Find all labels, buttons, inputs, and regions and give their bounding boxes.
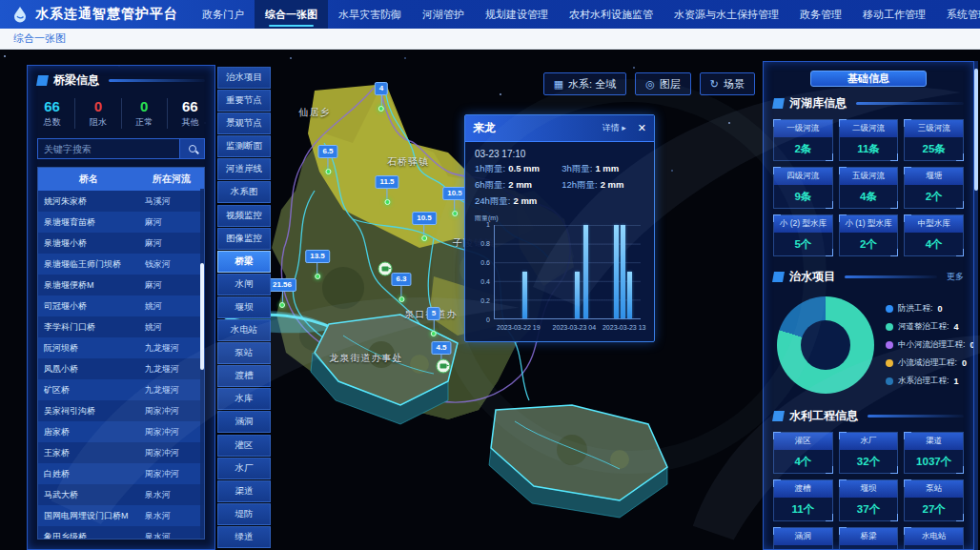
table-row[interactable]: 阮河坝桥 九龙堰河 bbox=[38, 337, 204, 358]
marker-dot bbox=[431, 331, 437, 336]
metric-label: 1h雨量: bbox=[475, 163, 505, 173]
basic-info-tab[interactable]: 基础信息 bbox=[810, 71, 927, 87]
legend-value: 1 bbox=[953, 377, 958, 386]
gauge-marker[interactable]: 10.5 bbox=[412, 212, 437, 241]
gauge-marker[interactable]: 4 bbox=[375, 82, 388, 112]
table-row[interactable]: 吴家祠引沟桥 周家冲河 bbox=[38, 400, 204, 421]
stat-label: 正常 bbox=[122, 116, 167, 129]
camera-icon[interactable] bbox=[437, 359, 451, 374]
layer-menu-item[interactable]: 水电站 bbox=[217, 319, 271, 341]
popup-detail-link[interactable]: 详情 bbox=[602, 122, 626, 134]
river-name-cell: 钱家河 bbox=[139, 254, 204, 275]
gauge-marker[interactable]: 6.3 bbox=[391, 273, 411, 302]
gauge-marker[interactable]: 13.5 bbox=[305, 250, 330, 279]
town-label: 龙泉街道办事处 bbox=[330, 352, 403, 365]
right-scrollbar-thumb[interactable] bbox=[974, 69, 978, 191]
gauge-marker[interactable]: 11.5 bbox=[375, 175, 398, 205]
layer-menu-item[interactable]: 水库 bbox=[217, 388, 271, 410]
station-popup: 来龙 详情 ✕ 03-23 17:10 1h雨量:0.5 mm 3h雨量:1 m… bbox=[464, 114, 655, 342]
layer-menu-item[interactable]: 图像监控 bbox=[217, 228, 271, 250]
table-row[interactable]: 泉塘堰小桥 麻河 bbox=[38, 233, 204, 254]
table-row[interactable]: 象田乡级桥 泉水河 bbox=[38, 526, 204, 540]
table-row[interactable]: 矿区桥 九龙堰河 bbox=[38, 379, 204, 400]
project-info-title: 治水项目 bbox=[789, 269, 835, 285]
map-control-button[interactable]: ↻ 场景 bbox=[700, 72, 755, 95]
brand: 水系连通智慧管护平台 bbox=[0, 6, 192, 23]
layer-menu-item[interactable]: 重要节点 bbox=[217, 90, 271, 112]
gauge-marker[interactable]: 10.5 bbox=[442, 187, 467, 216]
layer-menu-item[interactable]: 水系图 bbox=[217, 181, 271, 203]
tile-label: 桥梁 bbox=[840, 528, 898, 545]
table-row[interactable]: 白姓桥 周家冲河 bbox=[38, 463, 204, 484]
table-row[interactable]: 凤凰小桥 九龙堰河 bbox=[38, 358, 204, 379]
search-input[interactable] bbox=[37, 138, 180, 159]
table-row[interactable]: 泉塘堰便桥M 麻河 bbox=[38, 275, 204, 295]
nav-item[interactable]: 移动工作管理 bbox=[852, 0, 936, 29]
layer-menu-item[interactable]: 河道岸线 bbox=[217, 158, 271, 180]
legend-value: 0 bbox=[937, 304, 942, 314]
close-icon[interactable]: ✕ bbox=[638, 122, 646, 134]
stat-label: 总数 bbox=[30, 116, 74, 129]
layer-menu-item[interactable]: 灌区 bbox=[217, 435, 271, 457]
nav-item[interactable]: 综合一张图 bbox=[255, 0, 328, 29]
map-control-button[interactable]: ▦ 水系: 全域 bbox=[543, 72, 627, 95]
nav-item[interactable]: 政务管理 bbox=[789, 0, 852, 29]
nav-item[interactable]: 农村水利设施监管 bbox=[559, 0, 664, 29]
layer-menu-item[interactable]: 景观节点 bbox=[217, 112, 271, 134]
search-button[interactable] bbox=[180, 138, 205, 159]
river-name-cell: 马溪河 bbox=[139, 191, 204, 212]
bridge-name-cell: 阮河坝桥 bbox=[38, 337, 139, 358]
legend-item: 中小河流治理工程 0 bbox=[886, 339, 974, 351]
nav-item[interactable]: 系统管理 bbox=[936, 0, 980, 29]
table-row[interactable]: 李学科门口桥 姚河 bbox=[38, 316, 204, 337]
table-row[interactable]: 王家桥 周家冲河 bbox=[38, 442, 204, 463]
gauge-marker[interactable]: 6.5 bbox=[317, 145, 337, 174]
breadcrumb[interactable]: 综合一张图 bbox=[13, 31, 66, 46]
river-name-cell: 麻河 bbox=[139, 233, 204, 254]
bridge-stat: 0 正常 bbox=[122, 98, 168, 129]
map-button-icon: ↻ bbox=[710, 79, 719, 90]
bridge-name-cell: 李学科门口桥 bbox=[38, 316, 139, 337]
layer-menu-item[interactable]: 水厂 bbox=[217, 458, 271, 479]
nav-item[interactable]: 政务门户 bbox=[192, 0, 255, 29]
layer-menu-item[interactable]: 渠道 bbox=[217, 480, 271, 502]
layer-menu-item[interactable]: 泵站 bbox=[217, 342, 271, 364]
nav-item[interactable]: 水资源与水土保持管理 bbox=[664, 0, 789, 29]
table-row[interactable]: 姚河朱家桥 马溪河 bbox=[38, 191, 204, 212]
layer-menu-item[interactable]: 渡槽 bbox=[217, 365, 271, 387]
treatment-legend: 防洪工程 0 河道整治工程 4 中小河流治理工程 0 小流域治理 bbox=[876, 289, 974, 401]
table-row[interactable]: 马武大桥 泉水河 bbox=[38, 484, 204, 505]
river-name-cell: 九龙堰河 bbox=[139, 358, 204, 379]
map-control-button[interactable]: ◎ 图层 bbox=[635, 72, 691, 95]
gauge-marker[interactable]: 21.56 bbox=[268, 278, 296, 308]
layer-menu-item[interactable]: 绿道 bbox=[217, 526, 271, 548]
layer-menu-item[interactable]: 桥梁 bbox=[217, 251, 271, 273]
layer-menu-item[interactable]: 监测断面 bbox=[217, 135, 271, 157]
layer-menu-item[interactable]: 堤防 bbox=[217, 503, 271, 525]
table-row[interactable]: 司冠堰小桥 姚河 bbox=[38, 295, 204, 316]
layer-menu-item[interactable]: 视频监控 bbox=[217, 205, 271, 227]
river-name-cell: 麻河 bbox=[139, 212, 204, 233]
project-more-link[interactable]: 更多 bbox=[947, 271, 964, 283]
gauge-marker[interactable]: 5 bbox=[427, 307, 440, 336]
x-tick: 2023-03-22 19 bbox=[497, 324, 541, 331]
layer-menu-item[interactable]: 治水项目 bbox=[217, 67, 271, 89]
nav-item[interactable]: 河湖管护 bbox=[412, 0, 475, 29]
table-row[interactable]: 泉塘堰育苗桥 麻河 bbox=[38, 212, 204, 233]
layer-menu-item[interactable]: 堰坝 bbox=[217, 296, 271, 318]
layer-menu-item[interactable]: 水闸 bbox=[217, 274, 271, 295]
nav-item[interactable]: 规划建设管理 bbox=[475, 0, 559, 29]
camera-icon[interactable] bbox=[378, 262, 393, 276]
layer-menu-item[interactable]: 涵洞 bbox=[217, 411, 271, 433]
rain-bar bbox=[621, 225, 625, 318]
tile-label: 三级河流 bbox=[905, 120, 963, 137]
gauge-value-badge: 5 bbox=[427, 307, 440, 320]
rain-bar bbox=[583, 225, 588, 318]
nav-item[interactable]: 水旱灾害防御 bbox=[328, 0, 412, 29]
table-scrollbar-thumb[interactable] bbox=[200, 263, 204, 370]
stat-tile: 二级河流 11条 bbox=[839, 119, 899, 161]
table-row[interactable]: 唐家桥 周家冲河 bbox=[38, 421, 204, 442]
table-row[interactable]: 国网电网埋设门口桥M 泉水河 bbox=[38, 505, 204, 526]
table-row[interactable]: 泉塘堰临王师门坝桥 钱家河 bbox=[38, 254, 204, 275]
legend-dot bbox=[886, 305, 893, 313]
